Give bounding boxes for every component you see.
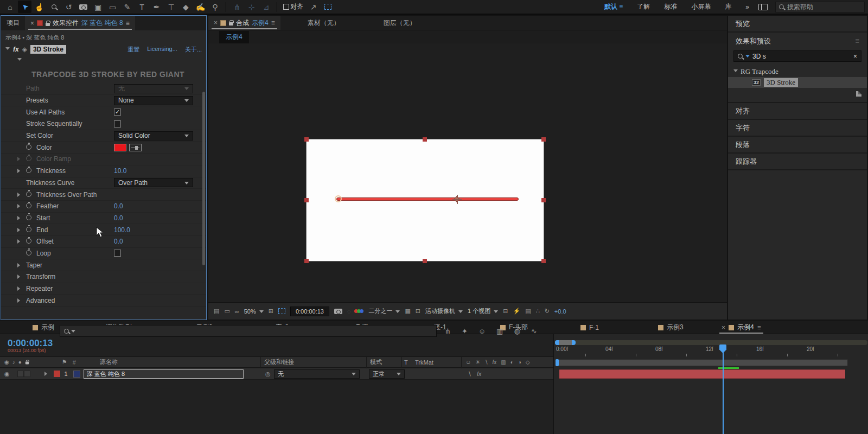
time-ruler[interactable]: 0:00f 04f 08f 12f 16f 20f [554, 346, 868, 358]
exposure-value[interactable]: +0.0 [554, 308, 566, 315]
effects-presets-title[interactable]: 效果和预设 [736, 36, 771, 46]
stopwatch-icon[interactable] [26, 168, 31, 173]
zoom-handle-right[interactable] [572, 340, 576, 345]
home-button[interactable]: ⌂ [3, 1, 17, 13]
timeline-tab[interactable]: F-1 [580, 321, 599, 334]
thickness-value[interactable]: 10.0 [114, 167, 126, 175]
workspace-standard[interactable]: 标准 [664, 2, 677, 11]
layer-name[interactable]: 深 蓝色 纯色 8 [84, 369, 244, 379]
stopwatch-icon[interactable] [26, 238, 31, 244]
anchor-point[interactable] [452, 195, 462, 204]
panel-tracker[interactable]: 跟踪器 [728, 154, 867, 170]
set-color-dropdown[interactable]: Solid Color [114, 131, 193, 141]
snapshot-icon[interactable] [334, 309, 342, 314]
mode-column[interactable]: 模式 [370, 358, 382, 366]
shy-layers-icon[interactable]: ☺ [478, 327, 486, 335]
fx-switch[interactable]: fx [477, 371, 482, 378]
effects-item-3d-stroke[interactable]: 32 3D Stroke [728, 77, 867, 88]
stopwatch-icon[interactable] [26, 250, 31, 256]
scrollbar[interactable] [202, 92, 205, 265]
zoom-tool[interactable] [47, 1, 61, 13]
twirl-open-icon[interactable] [733, 69, 738, 74]
twirl-icon[interactable] [17, 275, 22, 279]
workspace-learn[interactable]: 了解 [637, 2, 650, 11]
handle-middle-right[interactable] [541, 198, 546, 202]
handle-top-center[interactable] [423, 137, 427, 142]
grid-guides-icon[interactable]: ⊞ [269, 308, 273, 315]
source-name-column[interactable]: 源名称 [100, 358, 118, 366]
handle-top-right[interactable] [541, 137, 546, 142]
color-swatch[interactable] [114, 144, 126, 151]
tab-footage[interactable]: 素材（无） [302, 16, 346, 30]
panel-menu-icon[interactable]: ≡ [855, 37, 859, 45]
composition-flowchart-icon[interactable]: ⋔ [445, 327, 451, 335]
twirl-icon[interactable] [17, 169, 22, 173]
puppet-pin-tool[interactable]: ⚲ [208, 1, 222, 13]
twirl-icon[interactable] [17, 204, 22, 208]
timeline-button-icon[interactable]: ▤ [525, 308, 531, 315]
twirl-icon[interactable] [17, 263, 22, 267]
effects-group-rg-trapcode[interactable]: RG Trapcode [728, 66, 867, 77]
path-start-point[interactable] [335, 195, 342, 202]
axis-mode-world[interactable]: ⊹ [245, 1, 258, 13]
3d-stroke-path[interactable] [336, 197, 519, 201]
workspace-switcher[interactable] [756, 1, 770, 13]
show-channels-icon[interactable] [355, 309, 363, 313]
workspace-default[interactable]: 默认 ≡ [604, 2, 623, 11]
quality-switch[interactable]: ∖ [468, 371, 471, 378]
panel-preview[interactable]: 预览 [728, 16, 867, 33]
licensing-link[interactable]: Licensing... [147, 46, 177, 54]
feather-value[interactable]: 0.0 [114, 202, 123, 210]
presets-dropdown[interactable]: None [114, 96, 193, 105]
start-value[interactable]: 0.0 [114, 214, 123, 222]
color-slider-button[interactable] [129, 144, 142, 151]
zoom-thumb[interactable] [559, 340, 572, 345]
twirl-icon[interactable] [17, 286, 22, 291]
graph-editor-icon[interactable]: ∿ [531, 327, 537, 335]
stopwatch-icon[interactable] [26, 215, 31, 220]
effects-search-input[interactable] [752, 53, 834, 60]
pixel-aspect-icon[interactable]: ⊡ [416, 308, 420, 315]
workspace-libraries[interactable]: 库 [725, 2, 731, 11]
workspace-more[interactable]: » [745, 3, 749, 11]
about-link[interactable]: 关于... [185, 46, 202, 54]
reset-link[interactable]: 重置 [127, 46, 139, 54]
timeline-search[interactable] [60, 325, 437, 337]
end-value[interactable]: 100.0 [114, 226, 130, 234]
always-preview-icon[interactable]: ▤ [214, 308, 219, 315]
reset-exposure-icon[interactable]: ↻ [545, 308, 550, 315]
stroke-sequentially-checkbox[interactable] [114, 120, 121, 127]
roto-brush-tool[interactable]: ✍ [194, 1, 207, 13]
3d-view-dropdown[interactable]: 活动摄像机 [425, 307, 463, 315]
solo-toggle[interactable] [24, 371, 30, 377]
clear-search-icon[interactable]: × [853, 53, 857, 60]
motion-blur-icon[interactable]: ◍ [514, 327, 520, 335]
region-of-interest-tool[interactable] [321, 1, 335, 13]
lock-icon[interactable] [46, 23, 50, 26]
shared-view-icon[interactable]: ⊟ [503, 308, 508, 315]
twirl-icon[interactable] [17, 216, 22, 220]
twirl-open-icon[interactable] [17, 58, 22, 63]
main-monitor-icon[interactable]: ▭ [224, 308, 229, 315]
tab-composition[interactable]: × 合成 示例4 ≡ [208, 16, 280, 30]
layer-visibility-toggle[interactable]: ◉ [4, 371, 10, 378]
rotation-tool[interactable]: ↺ [62, 1, 75, 13]
type-tool[interactable]: T [135, 1, 149, 13]
eraser-tool[interactable]: ◆ [179, 1, 193, 13]
timeline-tab[interactable]: 示例 [33, 321, 54, 334]
new-preset-icon[interactable] [856, 91, 861, 97]
work-area-bar[interactable] [555, 359, 848, 366]
handle-bottom-left[interactable] [304, 259, 309, 263]
hand-tool[interactable]: ☝ [33, 1, 46, 13]
twirl-icon[interactable] [17, 239, 22, 244]
timeline-tab-active[interactable]: × 示例4 ≡ [722, 321, 761, 334]
panel-align[interactable]: 对齐 [728, 103, 867, 120]
show-snapshot-icon[interactable]: ◌ [347, 308, 351, 315]
handle-middle-left[interactable] [304, 198, 309, 202]
help-search-input[interactable] [787, 3, 847, 11]
fast-previews-icon[interactable]: ⚡ [513, 308, 520, 315]
close-icon[interactable]: × [214, 19, 218, 27]
tab-effect-controls[interactable]: × 效果控件 深 蓝色 纯色 8 ≡ [25, 16, 135, 30]
layer-duration-bar[interactable] [559, 369, 845, 379]
twirl-icon[interactable] [17, 298, 22, 303]
